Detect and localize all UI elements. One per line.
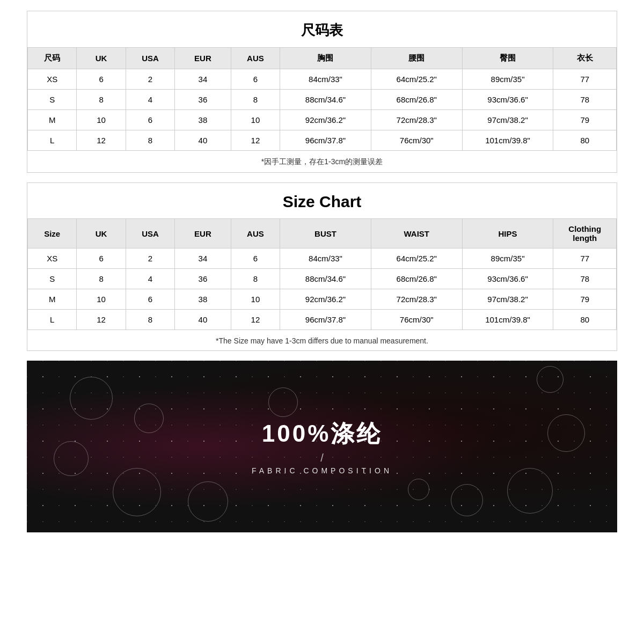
cn-header-eur: EUR [175,48,231,69]
table-cell: 89cm/35" [462,248,553,269]
table-cell: 76cm/30" [371,310,462,330]
cn-header-hips: 臀围 [462,48,553,69]
english-chart-title: Size Chart [27,183,617,218]
table-cell: 101cm/39.8" [462,130,553,151]
table-cell: 34 [175,69,231,90]
table-cell: 6 [231,248,280,269]
table-cell: 6 [77,248,126,269]
table-cell: 36 [175,90,231,110]
table-cell: 6 [126,289,174,310]
table-row: L128401296cm/37.8"76cm/30"101cm/39.8"80 [28,310,617,330]
fabric-circle-6 [547,414,585,452]
en-header-aus: AUS [231,219,280,248]
table-cell: 96cm/37.8" [280,130,371,151]
table-cell: 79 [553,110,617,130]
table-cell: 34 [175,248,231,269]
cn-header-length: 衣长 [553,48,617,69]
table-cell: 84cm/33" [280,248,371,269]
en-header-usa: USA [126,219,174,248]
table-cell: 68cm/26.8" [371,269,462,289]
table-cell: 12 [231,130,280,151]
en-header-length: Clothinglength [553,219,617,248]
cn-header-waist: 腰围 [371,48,462,69]
chinese-table: 尺码 UK USA EUR AUS 胸围 腰围 臀围 衣长 XS6234684c… [27,47,617,172]
fabric-divider: / [252,452,392,464]
table-cell: 92cm/36.2" [280,289,371,310]
en-header-eur: EUR [175,219,231,248]
table-cell: 78 [553,90,617,110]
table-cell: 12 [77,130,126,151]
fabric-circle-2 [134,404,164,433]
table-cell: 88cm/34.6" [280,90,371,110]
cn-header-bust: 胸围 [280,48,371,69]
table-cell: 97cm/38.2" [462,289,553,310]
cn-header-aus: AUS [231,48,280,69]
en-header-waist: WAIST [371,219,462,248]
table-cell: 10 [231,289,280,310]
table-cell: 6 [231,69,280,90]
table-cell: 38 [175,110,231,130]
fabric-circle-5 [537,366,564,393]
table-cell: 64cm/25.2" [371,248,462,269]
table-cell: 72cm/28.3" [371,110,462,130]
table-cell: 8 [77,90,126,110]
fabric-circle-7 [507,468,553,514]
table-cell: 76cm/30" [371,130,462,151]
table-cell: 2 [126,248,174,269]
table-row: XS6234684cm/33"64cm/25.2"89cm/35"77 [28,69,617,90]
table-cell: M [28,289,77,310]
fabric-circle-4 [113,468,161,516]
table-cell: 97cm/38.2" [462,110,553,130]
table-cell: 38 [175,289,231,310]
table-cell: 36 [175,269,231,289]
fabric-circle-11 [408,479,429,500]
table-cell: 92cm/36.2" [280,110,371,130]
en-header-uk: UK [77,219,126,248]
table-cell: 4 [126,269,174,289]
fabric-text-block: 100%涤纶 / FABRIC COMPOSITION [252,418,392,475]
english-note-row: *The Size may have 1-3cm differs due to … [28,330,617,351]
en-header-bust: BUST [280,219,371,248]
table-cell: 10 [231,110,280,130]
chinese-chart-title: 尺码表 [27,11,617,47]
chinese-size-chart: 尺码表 尺码 UK USA EUR AUS 胸围 腰围 臀围 衣长 XS6234… [27,11,617,173]
table-cell: XS [28,69,77,90]
table-cell: 2 [126,69,174,90]
table-cell: 96cm/37.8" [280,310,371,330]
table-cell: 8 [231,269,280,289]
table-cell: 12 [231,310,280,330]
fabric-section: 100%涤纶 / FABRIC COMPOSITION [27,361,617,532]
table-cell: 8 [126,310,174,330]
table-cell: 84cm/33" [280,69,371,90]
table-cell: 8 [77,269,126,289]
table-cell: 10 [77,110,126,130]
en-header-hips: HIPS [462,219,553,248]
table-cell: 79 [553,289,617,310]
table-cell: L [28,130,77,151]
table-cell: 78 [553,269,617,289]
chinese-header-row: 尺码 UK USA EUR AUS 胸围 腰围 臀围 衣长 [28,48,617,69]
table-cell: 93cm/36.6" [462,269,553,289]
cn-header-size: 尺码 [28,48,77,69]
table-cell: 6 [77,69,126,90]
table-row: M106381092cm/36.2"72cm/28.3"97cm/38.2"79 [28,289,617,310]
table-cell: 12 [77,310,126,330]
table-cell: 8 [231,90,280,110]
fabric-circle-10 [268,387,298,417]
table-cell: XS [28,248,77,269]
table-cell: 80 [553,130,617,151]
fabric-circle-9 [188,481,228,522]
table-cell: 88cm/34.6" [280,269,371,289]
table-cell: L [28,310,77,330]
table-cell: 40 [175,310,231,330]
table-row: S8436888cm/34.6"68cm/26.8"93cm/36.6"78 [28,269,617,289]
table-cell: 89cm/35" [462,69,553,90]
en-header-size: Size [28,219,77,248]
english-size-chart: Size Chart Size UK USA EUR AUS BUST WAIS… [27,182,617,351]
table-cell: S [28,269,77,289]
table-cell: 68cm/26.8" [371,90,462,110]
table-cell: 101cm/39.8" [462,310,553,330]
english-table: Size UK USA EUR AUS BUST WAIST HIPS Clot… [27,218,617,350]
table-cell: 8 [126,130,174,151]
fabric-english-text: FABRIC COMPOSITION [252,466,392,475]
